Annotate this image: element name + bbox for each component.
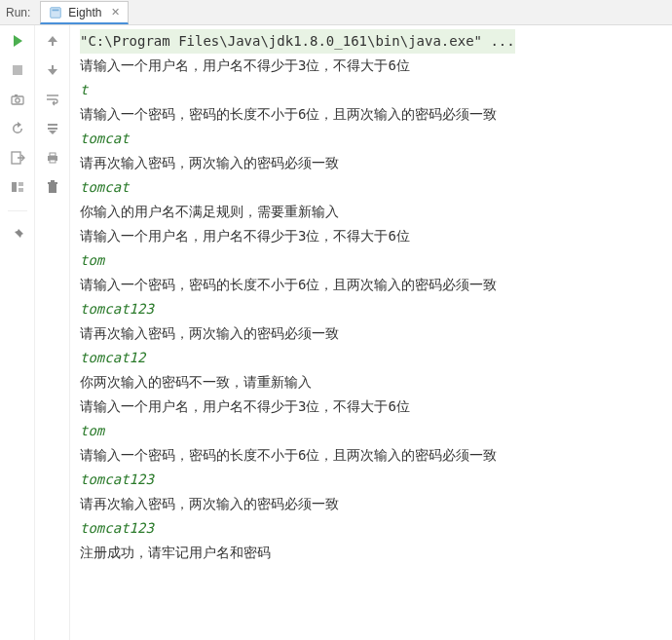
svg-rect-16 [48, 182, 57, 184]
exit-button[interactable] [8, 148, 27, 168]
console-line: tomcat12 [80, 346, 666, 370]
separator [8, 210, 27, 211]
console-line: 请输入一个密码，密码的长度不小于6位，且两次输入的密码必须一致 [80, 273, 666, 297]
tool-window-header: Run: Eighth ✕ [0, 0, 672, 25]
console-toolbar [35, 25, 70, 640]
soft-wrap-button[interactable] [43, 90, 62, 109]
console-line: 请输入一个密码，密码的长度不小于6位，且两次输入的密码必须一致 [80, 102, 666, 127]
console-line: "C:\Program Files\Java\jdk1.8.0_161\bin\… [80, 29, 666, 54]
svg-rect-7 [12, 182, 17, 192]
svg-rect-15 [49, 184, 56, 193]
console-line: t [80, 78, 666, 102]
run-config-tab[interactable]: Eighth ✕ [40, 1, 129, 24]
close-icon[interactable]: ✕ [107, 6, 120, 19]
console-line: 请再次输入密码，两次输入的密码必须一致 [80, 321, 666, 346]
svg-rect-10 [52, 41, 54, 46]
console-line: 你两次输入的密码不一致，请重新输入 [80, 370, 666, 395]
application-icon [49, 6, 62, 19]
left-toolbar [0, 25, 35, 640]
run-label: Run: [6, 6, 30, 19]
pin-button[interactable] [8, 225, 27, 245]
console-output[interactable]: "C:\Program Files\Java\jdk1.8.0_161\bin\… [70, 25, 672, 640]
console-line: tom [80, 419, 666, 443]
restart-button[interactable] [8, 119, 27, 138]
svg-rect-14 [50, 160, 56, 163]
console-line: 请再次输入密码，两次输入的密码必须一致 [80, 151, 666, 175]
console-line: 请输入一个用户名，用户名不得少于3位，不得大于6位 [80, 395, 666, 419]
console-line: 请输入一个用户名，用户名不得少于3位，不得大于6位 [80, 54, 666, 78]
run-button[interactable] [8, 31, 27, 51]
svg-rect-11 [52, 65, 54, 70]
trash-button[interactable] [43, 177, 62, 197]
console-line: tomcat [80, 175, 666, 200]
console-line: 你输入的用户名不满足规则，需要重新输入 [80, 200, 666, 224]
console-line: tomcat123 [80, 516, 666, 541]
up-icon[interactable] [43, 31, 62, 51]
camera-icon[interactable] [8, 90, 27, 109]
scroll-to-end-button[interactable] [43, 119, 62, 138]
svg-rect-1 [53, 9, 59, 11]
tab-title: Eighth [68, 6, 101, 19]
console-line: 请输入一个密码，密码的长度不小于6位，且两次输入的密码必须一致 [80, 443, 666, 468]
console-line: tomcat123 [80, 297, 666, 321]
tool-window-body: "C:\Program Files\Java\jdk1.8.0_161\bin\… [0, 25, 672, 640]
console-line: tomcat123 [80, 468, 666, 492]
print-button[interactable] [43, 148, 62, 168]
console-line: tomcat [80, 127, 666, 151]
console-line: 请输入一个用户名，用户名不得少于3位，不得大于6位 [80, 224, 666, 248]
svg-point-4 [15, 98, 19, 102]
svg-rect-17 [51, 180, 55, 182]
svg-rect-0 [51, 7, 61, 18]
svg-rect-2 [13, 65, 22, 75]
layout-button[interactable] [8, 177, 27, 197]
stop-button[interactable] [8, 60, 27, 80]
svg-rect-8 [19, 182, 23, 186]
down-icon[interactable] [43, 60, 62, 80]
svg-rect-9 [19, 188, 23, 192]
console-line: 请再次输入密码，两次输入的密码必须一致 [80, 492, 666, 516]
console-line: 注册成功，请牢记用户名和密码 [80, 541, 666, 565]
console-line: tom [80, 248, 666, 273]
svg-rect-13 [50, 153, 56, 156]
svg-rect-5 [15, 94, 18, 96]
